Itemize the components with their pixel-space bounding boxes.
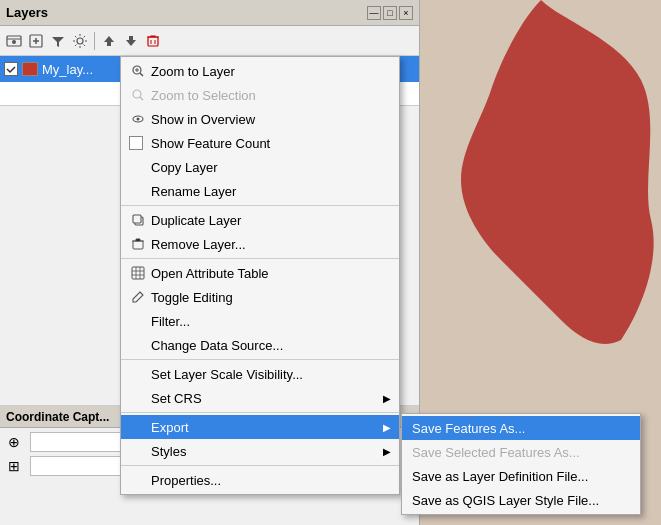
- menu-item-remove-layer[interactable]: Remove Layer...: [121, 232, 399, 256]
- menu-item-open-attribute-table[interactable]: Open Attribute Table: [121, 261, 399, 285]
- menu-label-duplicate-layer: Duplicate Layer: [151, 213, 241, 228]
- svg-rect-14: [132, 267, 144, 279]
- menu-label-styles: Styles: [151, 444, 186, 459]
- menu-label-filter: Filter...: [151, 314, 190, 329]
- menu-label-zoom-to-layer: Zoom to Layer: [151, 64, 235, 79]
- move-up-icon[interactable]: [99, 31, 119, 51]
- submenu-item-save-features-as[interactable]: Save Features As...: [402, 416, 640, 440]
- menu-label-set-crs: Set CRS: [151, 391, 202, 406]
- svg-rect-12: [133, 215, 141, 223]
- menu-label-set-layer-scale-visibility: Set Layer Scale Visibility...: [151, 367, 303, 382]
- header-buttons: — □ ×: [367, 6, 413, 20]
- svg-point-8: [133, 90, 141, 98]
- menu-item-show-feature-count[interactable]: Show Feature Count: [121, 131, 399, 155]
- svg-point-1: [12, 40, 16, 44]
- layer-name: My_lay...: [42, 62, 93, 77]
- show-in-overview-icon: [129, 110, 147, 128]
- left-panel: Layers — □ ×: [0, 0, 420, 525]
- menu-item-properties[interactable]: Properties...: [121, 468, 399, 492]
- menu-label-export: Export: [151, 420, 189, 435]
- menu-label-zoom-to-selection: Zoom to Selection: [151, 88, 256, 103]
- export-submenu: Save Features As... Save Selected Featur…: [401, 413, 641, 515]
- toolbar-sep-1: [94, 32, 95, 50]
- submenu-label-save-selected-features-as: Save Selected Features As...: [412, 445, 580, 460]
- zoom-to-layer-icon: [129, 62, 147, 80]
- styles-arrow-icon: ▶: [383, 446, 391, 457]
- remove-layer-icon[interactable]: [143, 31, 163, 51]
- move-down-icon[interactable]: [121, 31, 141, 51]
- svg-point-10: [137, 118, 140, 121]
- remove-layer-icon: [129, 235, 147, 253]
- submenu-item-save-as-layer-definition[interactable]: Save as Layer Definition File...: [402, 464, 640, 488]
- menu-item-set-crs[interactable]: Set CRS ▶: [121, 386, 399, 410]
- menu-label-remove-layer: Remove Layer...: [151, 237, 246, 252]
- context-menu: Zoom to Layer Zoom to Selection Show in …: [120, 56, 400, 495]
- coord-panel-title: Coordinate Capt...: [6, 410, 109, 424]
- menu-item-toggle-editing[interactable]: Toggle Editing: [121, 285, 399, 309]
- maximize-button[interactable]: □: [383, 6, 397, 20]
- menu-item-show-in-overview[interactable]: Show in Overview: [121, 107, 399, 131]
- menu-item-zoom-to-selection: Zoom to Selection: [121, 83, 399, 107]
- menu-item-change-data-source[interactable]: Change Data Source...: [121, 333, 399, 357]
- menu-item-export[interactable]: Export ▶ Save Features As... Save Select…: [121, 415, 399, 439]
- svg-point-3: [77, 38, 83, 44]
- export-arrow-icon: ▶: [383, 422, 391, 433]
- layers-title: Layers: [6, 5, 48, 20]
- menu-sep-4: [121, 412, 399, 413]
- menu-label-show-in-overview: Show in Overview: [151, 112, 255, 127]
- menu-sep-2: [121, 258, 399, 259]
- menu-label-rename-layer: Rename Layer: [151, 184, 236, 199]
- svg-rect-13: [133, 241, 143, 249]
- set-crs-arrow-icon: ▶: [383, 393, 391, 404]
- filter-icon[interactable]: [48, 31, 68, 51]
- map-shape-svg: [461, 0, 661, 350]
- menu-label-copy-layer: Copy Layer: [151, 160, 217, 175]
- feature-count-checkbox: [129, 136, 143, 150]
- submenu-label-save-as-qgis-style: Save as QGIS Layer Style File...: [412, 493, 599, 508]
- layers-toolbar: [0, 26, 419, 56]
- attribute-table-icon: [129, 264, 147, 282]
- minimize-button[interactable]: —: [367, 6, 381, 20]
- grid-icon[interactable]: ⊞: [4, 456, 24, 476]
- submenu-item-save-as-qgis-style[interactable]: Save as QGIS Layer Style File...: [402, 488, 640, 512]
- menu-label-show-feature-count: Show Feature Count: [151, 136, 270, 151]
- submenu-label-save-features-as: Save Features As...: [412, 421, 525, 436]
- menu-label-properties: Properties...: [151, 473, 221, 488]
- menu-item-rename-layer[interactable]: Rename Layer: [121, 179, 399, 203]
- layer-color-swatch: [22, 62, 38, 76]
- svg-rect-5: [129, 36, 133, 40]
- menu-item-set-layer-scale-visibility[interactable]: Set Layer Scale Visibility...: [121, 362, 399, 386]
- menu-sep-1: [121, 205, 399, 206]
- menu-item-duplicate-layer[interactable]: Duplicate Layer: [121, 208, 399, 232]
- menu-item-filter[interactable]: Filter...: [121, 309, 399, 333]
- open-layer-icon[interactable]: [4, 31, 24, 51]
- toggle-editing-icon: [129, 288, 147, 306]
- close-button[interactable]: ×: [399, 6, 413, 20]
- duplicate-layer-icon: [129, 211, 147, 229]
- svg-rect-4: [107, 42, 111, 46]
- main-container: Layers — □ ×: [0, 0, 661, 525]
- menu-item-zoom-to-layer[interactable]: Zoom to Layer: [121, 59, 399, 83]
- layer-checkbox[interactable]: [4, 62, 18, 76]
- layers-panel-header: Layers — □ ×: [0, 0, 419, 26]
- menu-sep-5: [121, 465, 399, 466]
- menu-label-open-attribute-table: Open Attribute Table: [151, 266, 269, 281]
- menu-label-change-data-source: Change Data Source...: [151, 338, 283, 353]
- menu-item-copy-layer[interactable]: Copy Layer: [121, 155, 399, 179]
- add-layer-icon[interactable]: [26, 31, 46, 51]
- submenu-item-save-selected-features-as: Save Selected Features As...: [402, 440, 640, 464]
- submenu-label-save-as-layer-definition: Save as Layer Definition File...: [412, 469, 588, 484]
- properties-icon[interactable]: [70, 31, 90, 51]
- zoom-to-selection-icon: [129, 86, 147, 104]
- menu-sep-3: [121, 359, 399, 360]
- menu-label-toggle-editing: Toggle Editing: [151, 290, 233, 305]
- crosshair-icon[interactable]: ⊕: [4, 432, 24, 452]
- menu-item-styles[interactable]: Styles ▶: [121, 439, 399, 463]
- svg-rect-6: [148, 37, 158, 46]
